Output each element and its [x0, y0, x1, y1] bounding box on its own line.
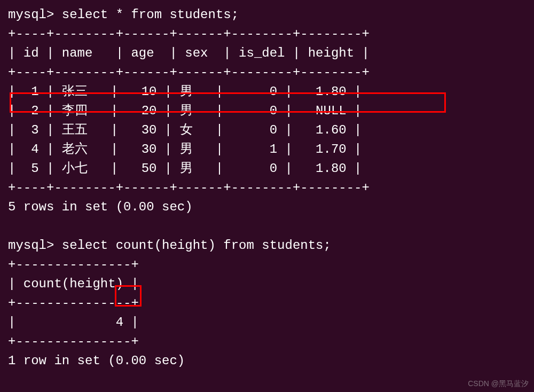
result-summary: 1 row in set (0.00 sec): [8, 351, 526, 371]
table-border: +----+--------+------+------+--------+--…: [8, 25, 526, 44]
blank-line: [8, 217, 526, 236]
mysql-prompt: mysql>: [8, 238, 54, 253]
watermark: CSDN @黑马蓝汐: [468, 378, 529, 389]
table-header: | id | name | age | sex | is_del | heigh…: [8, 44, 526, 63]
table-row: | 4 | 老六 | 30 | 男 | 1 | 1.70 |: [8, 140, 526, 159]
table-row: | 3 | 王五 | 30 | 女 | 0 | 1.60 |: [8, 121, 526, 140]
table-border: +----+--------+------+------+--------+--…: [8, 63, 526, 82]
table-header: | count(height) |: [8, 275, 526, 294]
terminal-output: mysql> select * from students; +----+---…: [8, 5, 526, 392]
table-border: +---------------+: [8, 294, 526, 313]
query-line-1: mysql> select * from students;: [8, 5, 526, 25]
table-row: | 4 |: [8, 313, 526, 332]
mysql-prompt: mysql>: [8, 7, 54, 22]
table-border: +---------------+: [8, 332, 526, 351]
table-border: +---------------+: [8, 255, 526, 275]
blank-line: [8, 371, 526, 390]
result-summary: 5 rows in set (0.00 sec): [8, 198, 526, 217]
table-row: | 1 | 张三 | 10 | 男 | 0 | 1.80 |: [8, 82, 526, 101]
table-row: | 5 | 小七 | 50 | 男 | 0 | 1.80 |: [8, 159, 526, 178]
table-border: +----+--------+------+------+--------+--…: [8, 178, 526, 198]
query-line-2: mysql> select count(height) from student…: [8, 236, 526, 255]
table-row: | 2 | 李四 | 20 | 男 | 0 | NULL |: [8, 101, 526, 121]
sql-query-1: select * from students;: [62, 7, 239, 22]
sql-query-2: select count(height) from students;: [62, 238, 331, 253]
prompt-line[interactable]: mysql>: [8, 390, 526, 392]
